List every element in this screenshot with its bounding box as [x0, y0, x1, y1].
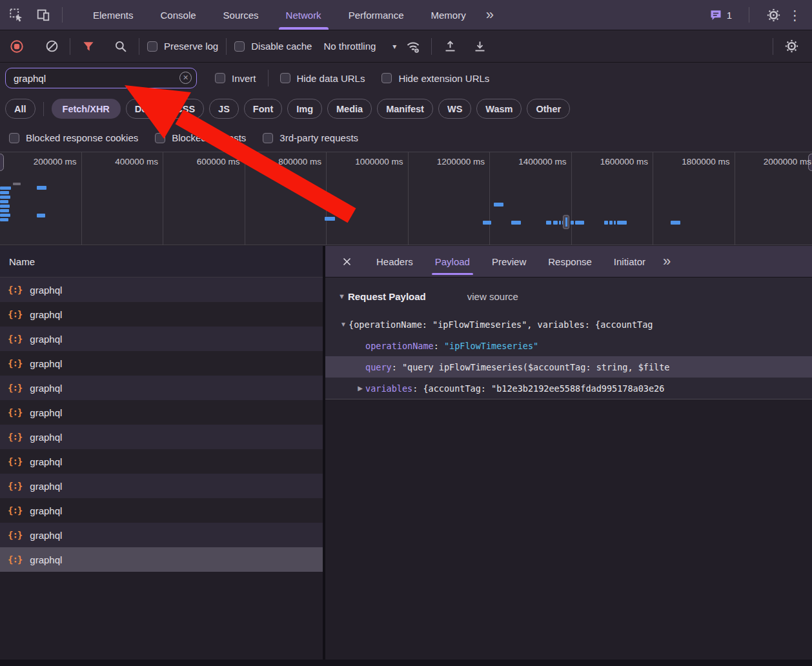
- filter-toggle-icon[interactable]: [78, 36, 99, 57]
- details-tab-payload[interactable]: Payload: [424, 246, 481, 277]
- details-tab-headers[interactable]: Headers: [365, 246, 424, 277]
- filter-chip-doc[interactable]: Doc: [126, 99, 161, 119]
- filter-chip-media[interactable]: Media: [327, 99, 372, 119]
- network-overview-timeline[interactable]: 200000 ms400000 ms600000 ms800000 ms1000…: [0, 152, 812, 245]
- json-braces-icon: {∶}: [8, 554, 22, 565]
- collapse-triangle-icon[interactable]: ▼: [338, 292, 345, 300]
- search-icon[interactable]: [110, 36, 131, 57]
- request-name: graphql: [30, 334, 62, 345]
- request-row[interactable]: {∶}graphql: [0, 327, 323, 351]
- checkbox[interactable]: [280, 73, 290, 83]
- request-row[interactable]: {∶}graphql: [0, 376, 323, 400]
- json-braces-icon: {∶}: [8, 530, 22, 540]
- filter-chip-manifest[interactable]: Manifest: [377, 99, 433, 119]
- request-row[interactable]: {∶}graphql: [0, 302, 323, 327]
- throttling-select[interactable]: No throttling ▾: [323, 41, 396, 52]
- issues-bubble-icon: [709, 8, 722, 21]
- filter-input[interactable]: graphql ✕: [5, 68, 197, 88]
- filter-chip-js[interactable]: JS: [209, 99, 239, 119]
- timeline-tick-label: 1600000 ms: [600, 157, 648, 166]
- clear-filter-icon[interactable]: ✕: [179, 72, 192, 84]
- blocked-response-cookies-checkbox[interactable]: Blocked response cookies: [9, 132, 138, 143]
- hide-data-urls-checkbox[interactable]: Hide data URLs: [280, 73, 365, 84]
- tab-network[interactable]: Network: [272, 0, 335, 30]
- filter-chip-wasm[interactable]: Wasm: [476, 99, 522, 119]
- hide-extension-urls-checkbox[interactable]: Hide extension URLs: [381, 73, 489, 84]
- payload-summary-row[interactable]: ▼ {operationName: "ipFlowTimeseries", va…: [325, 314, 812, 335]
- details-tab-response[interactable]: Response: [537, 246, 603, 277]
- filter-chip-css[interactable]: CSS: [167, 99, 204, 119]
- filter-chip-ws[interactable]: WS: [438, 99, 471, 119]
- request-row[interactable]: {∶}graphql: [0, 400, 323, 425]
- blocked-requests-checkbox[interactable]: Blocked requests: [155, 132, 246, 143]
- request-name: graphql: [30, 481, 62, 492]
- clear-button[interactable]: [41, 36, 62, 57]
- timeline-column: 800000 ms: [245, 152, 327, 245]
- devtools-window: ElementsConsoleSourcesNetworkPerformance…: [0, 0, 812, 666]
- waterfall-bar: [575, 221, 584, 225]
- details-tab-initiator[interactable]: Initiator: [603, 246, 656, 277]
- filter-chip-font[interactable]: Font: [244, 99, 282, 119]
- blocked-filters-row: Blocked response cookies Blocked request…: [0, 124, 812, 152]
- payload-row-query[interactable]: query: "query ipFlowTimeseries($accountT…: [325, 356, 812, 378]
- checkbox[interactable]: [215, 73, 225, 83]
- filter-chip-all[interactable]: All: [5, 99, 36, 119]
- inspect-element-icon[interactable]: [5, 4, 27, 26]
- request-row[interactable]: {∶}graphql: [0, 278, 323, 302]
- timeline-column: 2000000 ms: [735, 152, 812, 245]
- tab-sources[interactable]: Sources: [210, 0, 272, 30]
- collapse-triangle-icon[interactable]: ▼: [338, 321, 349, 328]
- kebab-menu-icon[interactable]: ⋮: [784, 8, 812, 22]
- waterfall-bar: [483, 221, 491, 225]
- tab-console[interactable]: Console: [147, 0, 210, 30]
- export-har-icon[interactable]: [469, 36, 490, 57]
- filter-chip-other[interactable]: Other: [527, 99, 570, 119]
- view-source-link[interactable]: view source: [467, 291, 518, 302]
- payload-row-operationName[interactable]: operationName: "ipFlowTimeseries": [325, 335, 812, 356]
- tab-elements[interactable]: Elements: [79, 0, 147, 30]
- issues-button[interactable]: 1: [709, 8, 732, 21]
- disable-cache-checkbox[interactable]: Disable cache: [234, 41, 312, 52]
- network-settings-gear-icon[interactable]: [781, 36, 802, 57]
- checkbox[interactable]: [155, 133, 165, 143]
- checkbox[interactable]: [9, 133, 19, 143]
- checkbox[interactable]: [147, 41, 157, 52]
- details-tab-preview[interactable]: Preview: [481, 246, 537, 277]
- name-column-header[interactable]: Name: [0, 246, 323, 278]
- request-row[interactable]: {∶}graphql: [0, 351, 323, 376]
- more-tabs-icon[interactable]: »: [480, 8, 499, 22]
- import-har-icon[interactable]: [440, 36, 460, 57]
- invert-checkbox[interactable]: Invert: [215, 73, 256, 84]
- request-row[interactable]: {∶}graphql: [0, 474, 323, 498]
- json-braces-icon: {∶}: [8, 285, 22, 295]
- filter-chip-fetch-xhr[interactable]: Fetch/XHR: [52, 99, 121, 119]
- request-row[interactable]: {∶}graphql: [0, 449, 323, 474]
- request-row[interactable]: {∶}graphql: [0, 498, 323, 523]
- timeline-column: 1200000 ms: [409, 152, 491, 245]
- close-details-icon[interactable]: [337, 252, 356, 271]
- request-name: graphql: [30, 285, 62, 296]
- settings-gear-icon[interactable]: [762, 4, 784, 26]
- request-row[interactable]: {∶}graphql: [0, 523, 323, 547]
- divider: [43, 102, 44, 116]
- filter-chip-img[interactable]: Img: [287, 99, 322, 119]
- request-name: graphql: [30, 358, 62, 369]
- panel-tabs: ElementsConsoleSourcesNetworkPerformance…: [79, 0, 480, 30]
- network-conditions-icon[interactable]: [403, 36, 423, 57]
- preserve-log-checkbox[interactable]: Preserve log: [147, 41, 218, 52]
- request-row[interactable]: {∶}graphql: [0, 425, 323, 449]
- details-tabbar: HeadersPayloadPreviewResponseInitiator »: [325, 246, 812, 278]
- payload-row-variables[interactable]: ▶ variables: {accountTag: "b12e3b2192ee5…: [325, 378, 812, 399]
- checkbox[interactable]: [381, 73, 392, 83]
- tab-memory[interactable]: Memory: [418, 0, 480, 30]
- device-toolbar-icon[interactable]: [32, 4, 54, 26]
- checkbox[interactable]: [263, 133, 273, 143]
- checkbox[interactable]: [234, 41, 245, 52]
- expand-triangle-icon[interactable]: ▶: [355, 385, 365, 392]
- third-party-requests-checkbox[interactable]: 3rd-party requests: [263, 132, 358, 143]
- more-detail-tabs-icon[interactable]: »: [656, 254, 676, 268]
- request-row[interactable]: {∶}graphql: [0, 547, 323, 572]
- tab-performance[interactable]: Performance: [335, 0, 418, 30]
- record-button[interactable]: [6, 36, 27, 57]
- filter-input-value: graphql: [14, 73, 46, 84]
